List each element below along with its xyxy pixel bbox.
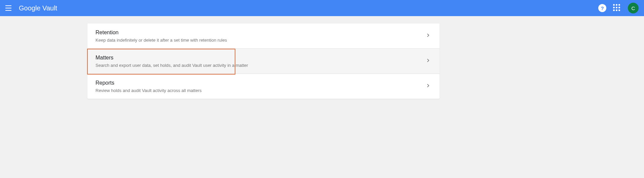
nav-item-reports[interactable]: Reports Review holds and audit Vault act… [87, 74, 440, 99]
nav-item-title: Retention [96, 30, 425, 36]
chevron-right-icon [425, 32, 431, 40]
chevron-right-icon [425, 57, 431, 65]
nav-item-subtitle: Keep data indefinitely or delete it afte… [96, 38, 425, 43]
nav-item-subtitle: Review holds and audit Vault activity ac… [96, 88, 425, 93]
main-content: Retention Keep data indefinitely or dele… [0, 16, 644, 99]
nav-item-matters[interactable]: Matters Search and export user data, set… [87, 49, 440, 74]
apps-grid-icon[interactable] [613, 4, 621, 12]
avatar[interactable]: C [628, 3, 639, 13]
menu-icon[interactable] [5, 4, 13, 12]
header-right: ? C [598, 3, 639, 13]
nav-item-title: Reports [96, 80, 425, 86]
nav-item-content: Reports Review holds and audit Vault act… [96, 80, 425, 93]
nav-item-subtitle: Search and export user data, set holds, … [96, 63, 425, 68]
nav-item-retention[interactable]: Retention Keep data indefinitely or dele… [87, 24, 440, 49]
nav-item-title: Matters [96, 55, 425, 61]
chevron-right-icon [425, 82, 431, 91]
product-name: Google Vault [19, 4, 57, 12]
help-icon[interactable]: ? [598, 4, 606, 12]
nav-item-content: Retention Keep data indefinitely or dele… [96, 30, 425, 43]
nav-card-list: Retention Keep data indefinitely or dele… [87, 24, 440, 99]
app-header: Google Vault ? C [0, 0, 644, 16]
header-left: Google Vault [5, 4, 57, 12]
nav-item-content: Matters Search and export user data, set… [96, 55, 425, 68]
